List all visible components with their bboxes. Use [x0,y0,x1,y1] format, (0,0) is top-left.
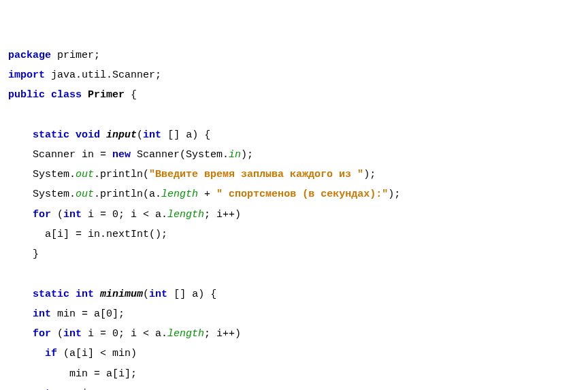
code-text: [] a) { [167,289,216,300]
code-text: [] a) { [161,129,210,141]
code-text: i = 0; i < a. [82,328,167,340]
code-text: Scanner(System. [131,149,229,161]
line-11: static int minimum(int [] a) { [8,289,216,300]
code-text: } [8,248,39,260]
code-text: ( [51,328,63,340]
code-text: i = 0; i < a. [82,209,167,221]
code-text: .println( [94,169,149,180]
keyword-static: static [33,129,69,141]
keyword-class: class [51,89,82,101]
code-text: + [198,189,216,200]
code-text: min = a[0]; [51,308,125,320]
line-5: Scanner in = new Scanner(System.in); [8,149,253,161]
keyword-void: void [76,129,100,141]
keyword-int: int [63,209,82,221]
code-text: a[i] = in.nextInt(); [8,229,167,240]
code-text: (a[i] < min) [57,348,137,359]
line-8: for (int i = 0; i < a.length; i++) [8,209,241,221]
keyword-for: for [33,328,51,340]
keyword-if: if [45,348,57,359]
line-10: } [8,248,39,260]
code-text: min = a[i]; [8,368,137,380]
code-text: ( [137,129,143,141]
keyword-static: static [33,289,69,300]
line-6: System.out.println("Введите время заплыв… [8,169,376,180]
keyword-int: int [143,129,161,141]
line-12: int min = a[0]; [8,308,125,320]
code-text: System. [8,189,76,200]
line-13: for (int i = 0; i < a.length; i++) [8,328,241,340]
code-text: .println(a. [94,189,161,200]
code-text: java.util.Scanner; [45,69,161,81]
code-text: ; i++) [204,209,241,221]
static-field: length [167,209,204,221]
keyword-int: int [76,289,94,300]
line-4: static void input(int [] a) { [8,129,210,141]
code-text: ( [143,289,149,300]
code-text: primer; [51,50,100,61]
static-field: length [167,328,204,340]
keyword-int: int [33,308,51,320]
static-field: out [76,169,94,180]
keyword-public: public [8,89,45,101]
string-literal: "Введите время заплыва каждого из " [149,169,363,180]
static-field: out [76,189,94,200]
method-name: minimum [100,289,143,300]
code-text: System. [8,169,76,180]
keyword-int: int [149,289,167,300]
string-literal: " спортсменов (в секундах):" [216,189,388,200]
code-text: ; i++) [204,328,241,340]
keyword-for: for [33,209,51,221]
code-text: ( [51,209,63,221]
method-name: input [106,129,137,141]
code-text: ); [388,189,400,200]
code-text: ); [241,149,253,161]
static-field: in [229,149,241,161]
class-name: Primer [88,89,125,101]
keyword-import: import [8,69,45,81]
line-3: public class Primer { [8,89,137,101]
static-field: length [161,189,198,200]
keyword-new: new [112,149,131,161]
code-block: package primer; import java.util.Scanner… [8,46,580,391]
keyword-package: package [8,50,51,61]
keyword-int: int [63,328,82,340]
line-7: System.out.println(a.length + " спортсме… [8,189,400,200]
code-text: ); [363,169,376,180]
line-14: if (a[i] < min) [8,348,137,359]
code-text: { [125,89,137,101]
line-9: a[i] = in.nextInt(); [8,229,167,240]
line-15: min = a[i]; [8,368,137,380]
code-text: Scanner in = [8,149,112,161]
line-2: import java.util.Scanner; [8,69,161,81]
line-1: package primer; [8,50,100,61]
